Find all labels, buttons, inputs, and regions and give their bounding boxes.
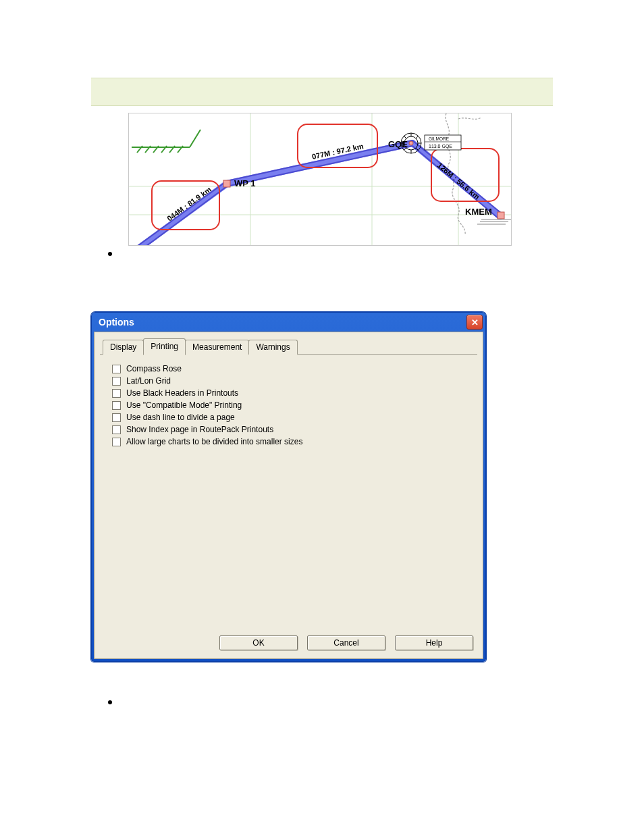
options-dialog: Options ✕ Display Printing Measurement W… [91, 312, 486, 662]
navaid-box-gqe: GILMORE 113.0 GQE [425, 135, 461, 150]
checkbox-compass-rose[interactable] [112, 365, 121, 373]
list-bullet-1 [108, 249, 644, 258]
waypoint-marker-wp1 [223, 180, 230, 187]
tab-display[interactable]: Display [103, 340, 144, 355]
tab-measurement[interactable]: Measurement [185, 340, 249, 355]
leg-label-1: 044M : 81.9 km [165, 185, 213, 222]
waypoint-label-kmem: KMEM [465, 207, 492, 217]
checkbox-row-compatible-mode: Use "Compatible Mode" Printing [112, 399, 477, 411]
waypoint-label-wp1: WP 1 [234, 178, 256, 188]
checkbox-label: Lat/Lon Grid [126, 376, 171, 386]
svg-text:113.0 GQE: 113.0 GQE [429, 144, 452, 149]
svg-rect-24 [431, 149, 499, 201]
tab-printing[interactable]: Printing [143, 338, 186, 355]
checkbox-row-index-page: Show Index page in RoutePack Printouts [112, 423, 477, 436]
svg-line-6 [190, 130, 200, 147]
checkbox-index-page[interactable] [112, 425, 121, 434]
checkbox-row-black-headers: Use Black Headers in Printouts [112, 387, 477, 399]
svg-point-27 [409, 141, 413, 145]
dialog-body: Display Printing Measurement Warnings Co… [94, 332, 483, 659]
dialog-button-row: OK Cancel Help [219, 635, 473, 650]
checkbox-row-compass-rose: Compass Rose [112, 363, 477, 375]
dialog-titlebar[interactable]: Options ✕ [92, 313, 485, 332]
checkbox-label: Use Black Headers in Printouts [126, 388, 238, 398]
checkbox-label: Use dash line to divide a page [126, 413, 235, 422]
route-map-svg: WP 1 GQE [129, 113, 511, 245]
close-icon: ✕ [471, 317, 479, 328]
svg-text:GILMORE: GILMORE [429, 136, 450, 141]
waypoint-marker-kmem [498, 212, 504, 219]
checkbox-row-divide-large: Allow large charts to be divided into sm… [112, 436, 477, 448]
checkbox-divide-large[interactable] [112, 438, 121, 446]
checkbox-dash-line[interactable] [112, 413, 121, 422]
checkbox-label: Use "Compatible Mode" Printing [126, 400, 242, 410]
route-map-figure: WP 1 GQE [128, 113, 512, 246]
help-button[interactable]: Help [395, 635, 473, 650]
waypoint-label-gqe: GQE [388, 139, 408, 149]
page-banner [91, 78, 553, 106]
checkbox-row-dash-line: Use dash line to divide a page [112, 411, 477, 423]
list-bullet-2 [108, 697, 644, 706]
printing-options-list: Compass Rose Lat/Lon Grid Use Black Head… [100, 361, 477, 448]
svg-line-14 [227, 143, 412, 184]
svg-line-18 [227, 140, 412, 181]
checkbox-latlon-grid[interactable] [112, 377, 121, 386]
tabs-row: Display Printing Measurement Warnings [100, 338, 477, 355]
checkbox-compatible-mode[interactable] [112, 401, 121, 410]
cancel-button[interactable]: Cancel [307, 635, 385, 650]
svg-line-32 [416, 136, 419, 138]
ok-button[interactable]: OK [219, 635, 298, 650]
checkbox-label: Allow large charts to be divided into sm… [126, 437, 302, 446]
close-button[interactable]: ✕ [466, 315, 483, 330]
checkbox-black-headers[interactable] [112, 389, 121, 398]
checkbox-row-latlon-grid: Lat/Lon Grid [112, 375, 477, 387]
checkbox-label: Compass Rose [126, 364, 182, 373]
dialog-title: Options [99, 317, 134, 328]
tab-warnings[interactable]: Warnings [248, 340, 297, 355]
checkbox-label: Show Index page in RoutePack Printouts [126, 425, 273, 434]
svg-line-33 [404, 136, 406, 138]
